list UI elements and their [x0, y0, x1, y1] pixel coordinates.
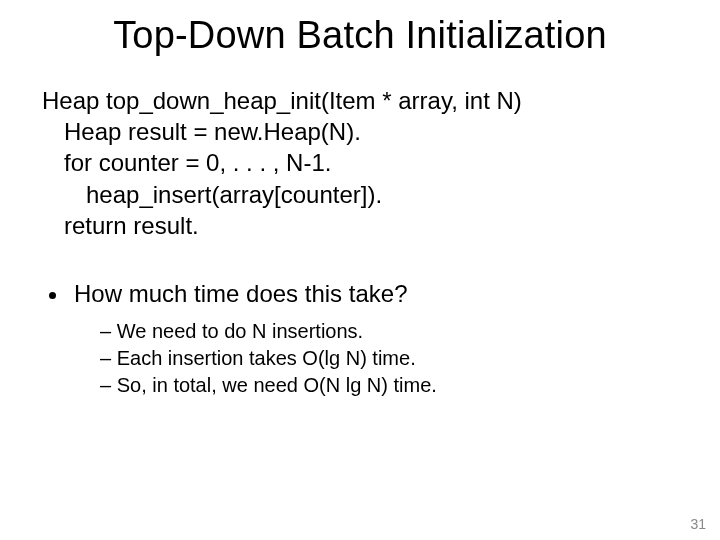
question-text: How much time does this take? [74, 280, 407, 307]
code-line: Heap top_down_heap_init(Item * array, in… [42, 85, 678, 116]
code-line: heap_insert(array[counter]). [42, 179, 678, 210]
pseudocode-block: Heap top_down_heap_init(Item * array, in… [42, 85, 678, 241]
code-line: return result. [42, 210, 678, 241]
dash-item: So, in total, we need O(N lg N) time. [100, 372, 678, 399]
page-number: 31 [690, 516, 706, 532]
slide: Top-Down Batch Initialization Heap top_d… [0, 0, 720, 540]
dash-list: We need to do N insertions. Each inserti… [74, 318, 678, 399]
code-line: Heap result = new.Heap(N). [42, 116, 678, 147]
slide-body: Heap top_down_heap_init(Item * array, in… [0, 57, 720, 399]
slide-title: Top-Down Batch Initialization [0, 0, 720, 57]
code-line: for counter = 0, . . . , N-1. [42, 147, 678, 178]
dash-item: Each insertion takes O(lg N) time. [100, 345, 678, 372]
bullet-list: How much time does this take? We need to… [42, 279, 678, 399]
bullet-item-question: How much time does this take? We need to… [70, 279, 678, 399]
dash-item: We need to do N insertions. [100, 318, 678, 345]
